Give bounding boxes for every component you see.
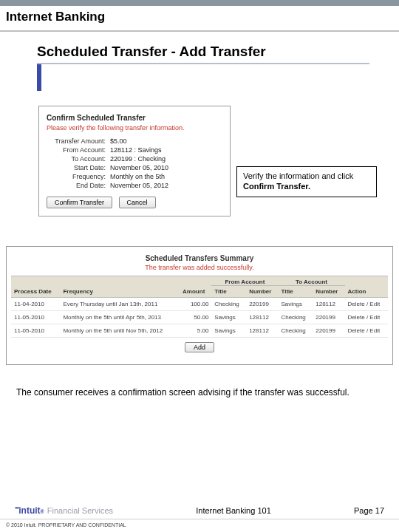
cell-amount: 5.00 bbox=[180, 324, 211, 338]
th-frequency: Frequency bbox=[60, 276, 180, 298]
footer: ●●intuit® Financial Services Internet Ba… bbox=[0, 505, 399, 532]
cell-to-number: 220199 bbox=[313, 324, 344, 338]
callout-line1: Verify the information and click bbox=[243, 171, 353, 180]
heading-area: Scheduled Transfer - Add Transfer bbox=[37, 44, 369, 91]
summary-table: Process Date Frequency Amount From Accou… bbox=[11, 276, 388, 338]
table-row: 11-04-2010Every Thursday until Jan 13th,… bbox=[11, 298, 388, 311]
cell-freq: Monthly on the 5th until Nov 5th, 2012 bbox=[60, 324, 180, 338]
cell-freq: Monthly on the 5th until Apr 5th, 2013 bbox=[60, 311, 180, 324]
logo-main: intuit bbox=[18, 505, 40, 516]
cell-from-title: Checking bbox=[211, 298, 246, 311]
add-button[interactable]: Add bbox=[185, 342, 214, 352]
footer-course: Internet Banking 101 bbox=[113, 506, 354, 515]
cancel-button[interactable]: Cancel bbox=[119, 197, 156, 208]
confirm-transfer-button[interactable]: Confirm Transfer bbox=[47, 197, 112, 208]
cell-date: 11-04-2010 bbox=[11, 298, 60, 311]
cell-to-title: Checking bbox=[278, 311, 313, 324]
th-from-number: Number bbox=[246, 286, 278, 298]
body-note: The consumer receives a confirmation scr… bbox=[16, 387, 383, 399]
logo-sub: Financial Services bbox=[47, 506, 113, 515]
cell-date: 11-05-2010 bbox=[11, 311, 60, 324]
summary-title: Scheduled Transfers Summary bbox=[11, 254, 388, 262]
value-start: November 05, 2010 bbox=[110, 164, 168, 171]
th-from-title: Title bbox=[211, 286, 246, 298]
label-amount: Transfer Amount: bbox=[47, 137, 110, 145]
value-amount: $5.00 bbox=[110, 137, 127, 145]
footer-page: Page 17 bbox=[354, 506, 384, 515]
cell-action[interactable]: Delete / Edit bbox=[345, 311, 388, 324]
cell-date: 11-05-2010 bbox=[11, 324, 60, 338]
cell-action[interactable]: Delete / Edit bbox=[345, 298, 388, 311]
cell-from-title: Savings bbox=[211, 324, 246, 338]
intuit-logo: ●●intuit® Financial Services bbox=[15, 505, 113, 516]
cell-freq: Every Thursday until Jan 13th, 2011 bbox=[60, 298, 180, 311]
cell-from-number: 128112 bbox=[246, 324, 278, 338]
label-start: Start Date: bbox=[47, 164, 110, 171]
th-action: Action bbox=[345, 276, 388, 298]
cell-action[interactable]: Delete / Edit bbox=[345, 324, 388, 338]
th-to-title: Title bbox=[278, 286, 313, 298]
confirm-warning: Please verify the following transfer inf… bbox=[47, 124, 222, 132]
cell-from-title: Savings bbox=[211, 311, 246, 324]
th-to-number: Number bbox=[313, 286, 344, 298]
summary-success-msg: The transfer was added successfully. bbox=[11, 264, 388, 271]
label-to: To Account: bbox=[47, 155, 110, 163]
th-from-group: From Account bbox=[211, 276, 278, 286]
value-to: 220199 : Checking bbox=[110, 155, 166, 163]
label-end: End Date: bbox=[47, 182, 110, 189]
confirm-title: Confirm Scheduled Transfer bbox=[47, 114, 222, 122]
page-heading: Scheduled Transfer - Add Transfer bbox=[37, 44, 369, 64]
th-to-group: To Account bbox=[278, 276, 344, 286]
callout-box: Verify the information and click Confirm… bbox=[236, 166, 377, 197]
cell-from-number: 220199 bbox=[246, 298, 278, 311]
cell-to-title: Checking bbox=[278, 324, 313, 338]
summary-panel: Scheduled Transfers Summary The transfer… bbox=[6, 246, 393, 365]
cell-to-number: 220199 bbox=[313, 311, 344, 324]
accent-bar bbox=[37, 64, 41, 91]
top-stripe bbox=[0, 0, 399, 6]
confirm-panel: Confirm Scheduled Transfer Please verify… bbox=[38, 106, 231, 216]
value-from: 128112 : Savings bbox=[110, 146, 162, 154]
cell-from-number: 128112 bbox=[246, 311, 278, 324]
table-row: 11-05-2010Monthly on the 5th until Nov 5… bbox=[11, 324, 388, 338]
cell-amount: 100.00 bbox=[180, 298, 211, 311]
cell-to-number: 128112 bbox=[313, 298, 344, 311]
cell-amount: 50.00 bbox=[180, 311, 211, 324]
label-from: From Account: bbox=[47, 146, 110, 154]
callout-line2: Confirm Transfer. bbox=[243, 182, 310, 191]
value-freq: Monthly on the 5th bbox=[110, 173, 165, 180]
doc-title: Internet Banking bbox=[0, 6, 399, 32]
th-process-date: Process Date bbox=[11, 276, 60, 298]
th-amount: Amount bbox=[180, 276, 211, 298]
copyright: © 2010 Intuit. PROPRIETARY AND CONFIDENT… bbox=[0, 519, 399, 532]
value-end: November 05, 2012 bbox=[110, 182, 168, 189]
label-freq: Frequency: bbox=[47, 173, 110, 180]
cell-to-title: Savings bbox=[278, 298, 313, 311]
table-row: 11-05-2010Monthly on the 5th until Apr 5… bbox=[11, 311, 388, 324]
